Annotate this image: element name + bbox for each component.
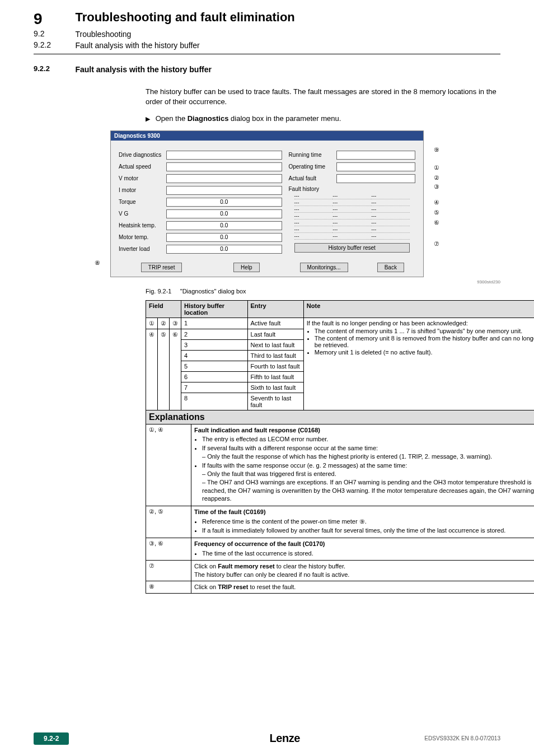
history-cell: ---: [332, 220, 371, 226]
subsection-2-title: Fault analysis with the history buffer: [75, 41, 199, 50]
note-bullet-1: The content of memory units 1 ... 7 is s…: [315, 328, 534, 334]
exp-4-c: The history buffer can only be cleared i…: [194, 571, 349, 578]
inverter-load-value[interactable]: 0.0: [166, 245, 282, 254]
history-cell: ---: [332, 213, 371, 220]
entry-2: Last fault: [247, 329, 303, 339]
monitorings-button[interactable]: Monitorings...: [300, 263, 348, 272]
exp-body-4: Click on Fault memory reset to clear the…: [191, 561, 534, 581]
dialog-titlebar: Diagnostics 9300: [111, 131, 423, 141]
col-field: Field: [146, 300, 181, 318]
callout-5: ⑤: [434, 209, 439, 216]
history-cell: ---: [371, 227, 410, 233]
exp-1-b3: If faults with the same response occur (…: [202, 462, 407, 469]
exp-1-b2a: Only the fault the response of which has…: [207, 453, 492, 460]
history-cell: ---: [332, 234, 371, 240]
instruction-bold: Diagnostics: [188, 114, 229, 123]
figure-caption: Fig. 9.2-1 "Diagnostics" dialog box: [146, 288, 500, 295]
history-cell: ---: [371, 220, 410, 226]
field-4: ④: [146, 329, 158, 410]
heatsink-value[interactable]: 0.0: [166, 221, 282, 230]
subsection-2-num: 9.2.2: [34, 40, 73, 49]
actual-speed-label: Actual speed: [119, 164, 166, 170]
drive-diag-field[interactable]: [166, 151, 282, 160]
history-cell: ---: [294, 207, 333, 213]
callout-9: ⑨: [434, 146, 439, 153]
section-heading: 9.2.2 Fault analysis with the history bu…: [34, 64, 500, 80]
callout-7: ⑦: [434, 240, 439, 248]
document-id: EDSVS9332K EN 8.0-07/2013: [424, 735, 500, 741]
history-reset-button[interactable]: History buffer reset: [294, 243, 410, 253]
history-cell: ---: [332, 193, 371, 199]
history-cell: ---: [371, 234, 410, 240]
history-cell: ---: [294, 234, 333, 240]
chapter-title: Troubleshooting and fault elimination: [75, 10, 294, 25]
operating-time-field[interactable]: [336, 162, 415, 171]
loc-7: 7: [181, 382, 248, 393]
field-6: ⑥: [170, 329, 181, 410]
entry-6: Fifth to last fault: [247, 371, 303, 382]
col-location: History buffer location: [181, 300, 248, 318]
history-cell: ---: [332, 227, 371, 233]
exp-key-2: ②, ⑤: [146, 506, 191, 538]
vmotor-label: V motor: [119, 175, 166, 181]
intro-paragraph: The history buffer can be used to trace …: [146, 87, 500, 106]
subsection-1-title: Troubleshooting: [75, 30, 131, 39]
fault-history-list: --------- --------- --------- --------- …: [294, 193, 410, 240]
exp-1-title: Fault indication and fault response (C01…: [194, 427, 320, 433]
exp-5-bold: TRIP reset: [218, 584, 248, 590]
exp-4-bold: Fault memory reset: [218, 563, 274, 570]
torque-value[interactable]: 0.0: [166, 198, 282, 207]
callout-8: ⑧: [95, 259, 100, 267]
exp-body-5: Click on TRIP reset to reset the fault.: [191, 581, 534, 593]
actual-fault-field[interactable]: [336, 174, 415, 183]
note-cell: If the fault is no longer pending or has…: [303, 318, 534, 410]
exp-4-a: Click on: [194, 563, 218, 570]
col-entry: Entry: [247, 300, 303, 318]
vmotor-field[interactable]: [166, 174, 282, 183]
instruction-suffix: dialog box in the parameter menu.: [228, 114, 341, 123]
exp-key-5: ⑧: [146, 581, 191, 593]
actual-speed-field[interactable]: [166, 162, 282, 171]
exp-2-title: Time of the fault (C0169): [194, 508, 266, 515]
loc-3: 3: [181, 339, 248, 350]
field-5: ⑤: [158, 329, 170, 410]
callout-1: ①: [434, 164, 439, 171]
drive-diagnostics-group: Drive diagnostics Actual speed V motor I…: [115, 145, 285, 259]
history-cell: ---: [294, 227, 333, 233]
imotor-field[interactable]: [166, 186, 282, 195]
loc-4: 4: [181, 350, 248, 361]
instruction-step: Open the Diagnostics dialog box in the p…: [146, 114, 500, 124]
entry-7: Sixth to last fault: [247, 382, 303, 393]
operating-time-label: Operating time: [289, 164, 336, 170]
exp-body-2: Time of the fault (C0169) Reference time…: [191, 506, 534, 538]
section-title: Fault analysis with the history buffer: [75, 65, 211, 74]
loc-8: 8: [181, 393, 248, 410]
exp-key-4: ⑦: [146, 561, 191, 581]
fault-history-label: Fault history: [289, 186, 415, 192]
help-button[interactable]: Help: [233, 263, 260, 272]
history-cell: ---: [294, 193, 333, 199]
explanations-title: Explanations: [146, 410, 534, 424]
back-button[interactable]: Back: [377, 263, 404, 272]
vg-value[interactable]: 0.0: [166, 209, 282, 218]
exp-1-b2: If several faults with a different respo…: [202, 445, 378, 451]
figure-number: Fig. 9.2-1: [146, 288, 171, 295]
motor-temp-value[interactable]: 0.0: [166, 233, 282, 242]
drive-diag-label: Drive diagnostics: [119, 152, 166, 158]
running-time-field[interactable]: [336, 151, 415, 160]
callout-6: ⑥: [434, 219, 439, 226]
exp-1-b1: The entry is effected as LECOM error num…: [202, 435, 534, 444]
history-cell: ---: [294, 200, 333, 206]
exp-4-b: to clear the history buffer.: [275, 563, 345, 570]
trip-reset-button[interactable]: TRIP reset: [141, 263, 182, 272]
exp-3-title: Frequency of occurrence of the fault (C0…: [194, 540, 325, 547]
chapter-header: 9 Troubleshooting and fault elimination: [34, 10, 500, 28]
subsection-2: 9.2.2 Fault analysis with the history bu…: [34, 40, 500, 50]
exp-5-b: to reset the fault.: [248, 584, 296, 590]
col-note: Note: [303, 300, 534, 318]
history-cell: ---: [371, 207, 410, 213]
callout-3: ③: [434, 183, 439, 190]
brand-logo: Lenze: [270, 732, 300, 745]
field-2: ②: [158, 318, 170, 329]
subsection-1: 9.2 Troubleshooting: [34, 29, 500, 39]
